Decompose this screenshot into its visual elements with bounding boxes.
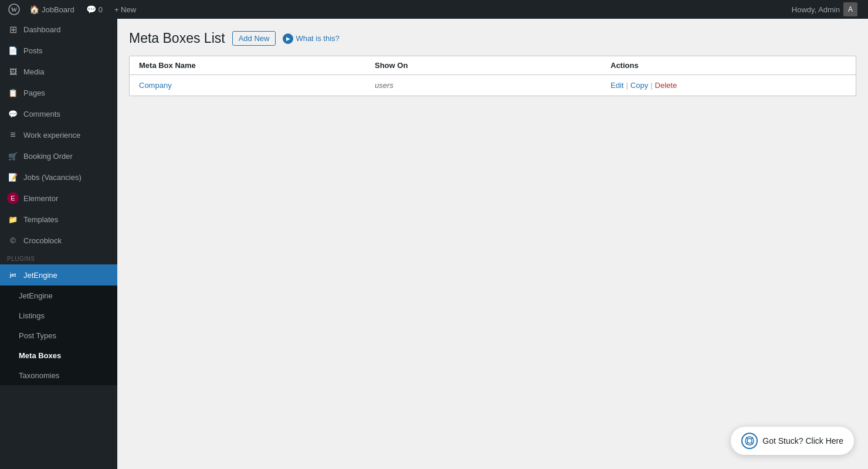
booking-icon: 🛒 bbox=[7, 152, 19, 161]
table-header: Meta Box Name Show On Actions bbox=[130, 56, 856, 75]
delete-link[interactable]: Delete bbox=[655, 81, 677, 90]
separator-1: | bbox=[626, 81, 628, 90]
help-icon bbox=[741, 433, 758, 449]
submenu-post-types[interactable]: Post Types bbox=[0, 325, 117, 345]
crocoblock-icon: © bbox=[7, 236, 19, 245]
col-header-name: Meta Box Name bbox=[139, 61, 375, 70]
elementor-icon: E bbox=[7, 192, 19, 204]
topbar-comments[interactable]: 💬 0 bbox=[80, 0, 108, 19]
sidebar: ⊞ Dashboard 📄 Posts 🖼 Media 📋 Pages 💬 Co… bbox=[0, 19, 117, 469]
sidebar-item-label: Booking Order bbox=[23, 152, 73, 161]
media-icon: 🖼 bbox=[7, 67, 19, 76]
table-cell-name: Company bbox=[139, 81, 375, 90]
sidebar-item-label: Pages bbox=[23, 89, 45, 97]
layout: ⊞ Dashboard 📄 Posts 🖼 Media 📋 Pages 💬 Co… bbox=[0, 19, 868, 469]
sidebar-item-dashboard[interactable]: ⊞ Dashboard bbox=[0, 19, 117, 40]
sidebar-item-jobs[interactable]: 📝 Jobs (Vacancies) bbox=[0, 166, 117, 188]
col-header-show-on: Show On bbox=[375, 61, 611, 70]
sidebar-item-media[interactable]: 🖼 Media bbox=[0, 61, 117, 82]
table-cell-show-on: users bbox=[375, 81, 611, 90]
submenu-taxonomies[interactable]: Taxonomies bbox=[0, 365, 117, 385]
sidebar-item-pages[interactable]: 📋 Pages bbox=[0, 82, 117, 103]
site-name-label: JobBoard bbox=[42, 5, 74, 14]
sidebar-item-posts[interactable]: 📄 Posts bbox=[0, 40, 117, 61]
what-is-this-link[interactable]: ▶ What is this? bbox=[283, 33, 339, 44]
sidebar-item-label: Dashboard bbox=[23, 25, 61, 34]
edit-link[interactable]: Edit bbox=[611, 81, 623, 90]
dashboard-icon: ⊞ bbox=[7, 24, 19, 35]
meta-boxes-table: Meta Box Name Show On Actions Company us… bbox=[129, 56, 856, 96]
wp-logo[interactable]: W bbox=[5, 0, 23, 19]
svg-point-3 bbox=[747, 439, 752, 443]
page-title: Meta Boxes List bbox=[129, 30, 225, 46]
sidebar-item-label: Crocoblock bbox=[23, 236, 62, 245]
help-button[interactable]: Got Stuck? Click Here bbox=[731, 427, 854, 455]
topbar-site[interactable]: 🏠 JobBoard bbox=[23, 0, 80, 19]
topbar-new[interactable]: + New bbox=[108, 0, 142, 19]
sidebar-item-label: Templates bbox=[23, 215, 58, 224]
sidebar-item-label: Posts bbox=[23, 46, 43, 55]
jetengine-submenu: JetEngine Listings Post Types Meta Boxes… bbox=[0, 286, 117, 385]
submenu-listings[interactable]: Listings bbox=[0, 305, 117, 325]
submenu-label: JetEngine bbox=[19, 291, 53, 300]
main-content: Meta Boxes List Add New ▶ What is this? … bbox=[117, 19, 868, 469]
separator-2: | bbox=[650, 81, 652, 90]
sidebar-item-label: Jobs (Vacancies) bbox=[23, 173, 82, 182]
comment-icon: 💬 bbox=[86, 5, 96, 14]
sidebar-item-work-experience[interactable]: ≡ Work experience bbox=[0, 124, 117, 145]
submenu-label: Taxonomies bbox=[19, 371, 59, 380]
play-icon: ▶ bbox=[283, 33, 293, 44]
sidebar-item-label: Media bbox=[23, 67, 44, 76]
avatar: A bbox=[843, 2, 857, 16]
new-label: + New bbox=[114, 5, 136, 14]
topbar-user[interactable]: Howdy, Admin A bbox=[786, 2, 863, 16]
jetengine-arrow-icon: ◀ bbox=[103, 270, 110, 281]
templates-icon: 📁 bbox=[7, 215, 19, 224]
sidebar-item-label: Work experience bbox=[23, 131, 80, 140]
submenu-meta-boxes[interactable]: Meta Boxes bbox=[0, 345, 117, 365]
plugins-section-label: PLUGINS bbox=[0, 251, 117, 264]
company-link[interactable]: Company bbox=[139, 81, 172, 90]
col-header-actions: Actions bbox=[611, 61, 846, 70]
table-row: Company users Edit | Copy | Delete bbox=[130, 75, 856, 96]
pages-icon: 📋 bbox=[7, 89, 19, 97]
jetengine-icon: jet bbox=[7, 269, 19, 281]
sidebar-item-booking-order[interactable]: 🛒 Booking Order bbox=[0, 145, 117, 166]
sidebar-item-crocoblock[interactable]: © Crocoblock bbox=[0, 230, 117, 251]
sidebar-item-templates[interactable]: 📁 Templates bbox=[0, 209, 117, 230]
sidebar-item-comments[interactable]: 💬 Comments bbox=[0, 103, 117, 124]
copy-link[interactable]: Copy bbox=[630, 81, 648, 90]
svg-text:W: W bbox=[11, 6, 18, 13]
submenu-jetengine[interactable]: JetEngine bbox=[0, 286, 117, 305]
add-new-button[interactable]: Add New bbox=[232, 31, 276, 46]
sidebar-item-label: Elementor bbox=[23, 194, 58, 203]
page-header: Meta Boxes List Add New ▶ What is this? bbox=[129, 30, 856, 46]
posts-icon: 📄 bbox=[7, 46, 19, 55]
work-experience-icon: ≡ bbox=[7, 130, 19, 140]
sidebar-item-elementor[interactable]: E Elementor bbox=[0, 188, 117, 209]
submenu-label: Listings bbox=[19, 311, 45, 320]
comment-count: 0 bbox=[99, 5, 103, 14]
submenu-label: Meta Boxes bbox=[19, 351, 61, 360]
what-is-this-label: What is this? bbox=[296, 34, 339, 43]
topbar: W 🏠 JobBoard 💬 0 + New Howdy, Admin A bbox=[0, 0, 868, 19]
sidebar-item-label: JetEngine bbox=[23, 271, 57, 280]
submenu-label: Post Types bbox=[19, 331, 56, 340]
howdy-label: Howdy, Admin bbox=[792, 5, 840, 14]
sidebar-item-jetengine[interactable]: jet JetEngine ◀ bbox=[0, 264, 117, 286]
comments-icon: 💬 bbox=[7, 110, 19, 118]
help-label: Got Stuck? Click Here bbox=[762, 436, 843, 446]
table-cell-actions: Edit | Copy | Delete bbox=[611, 81, 846, 90]
jobs-icon: 📝 bbox=[7, 173, 19, 182]
sidebar-item-label: Comments bbox=[23, 110, 60, 118]
